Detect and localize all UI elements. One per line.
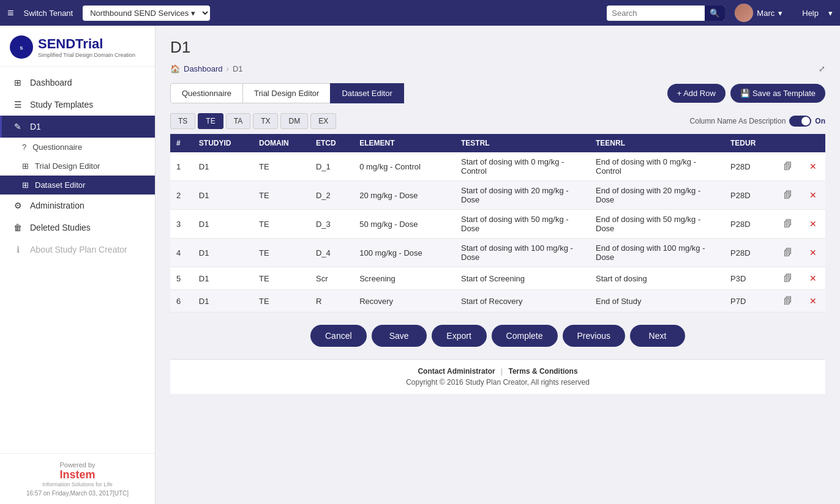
col-element: ELEMENT bbox=[353, 134, 455, 152]
sub-tab-ta[interactable]: TA bbox=[226, 113, 250, 129]
cell-studyid: D1 bbox=[193, 210, 253, 239]
cell-delete[interactable]: ✕ bbox=[801, 267, 825, 290]
cell-copy[interactable]: 🗐 bbox=[775, 239, 801, 267]
sub-tab-dm[interactable]: DM bbox=[280, 113, 308, 129]
sidebar-sub-item-label: Questionnaire bbox=[32, 143, 82, 152]
copy-row-button[interactable]: 🗐 bbox=[781, 189, 795, 201]
copy-row-button[interactable]: 🗐 bbox=[781, 272, 795, 284]
copy-row-button[interactable]: 🗐 bbox=[781, 295, 795, 307]
sidebar-item-dataset-editor[interactable]: ⊞ Dataset Editor bbox=[0, 176, 155, 195]
contact-admin-link[interactable]: Contact Administrator bbox=[418, 367, 495, 376]
sidebar-item-study-templates[interactable]: ☰ Study Templates bbox=[0, 94, 155, 116]
cell-tedur: P28D bbox=[724, 181, 775, 210]
help-chevron-icon: ▾ bbox=[828, 9, 833, 18]
sidebar-sub-item-label: Dataset Editor bbox=[35, 180, 85, 190]
previous-button[interactable]: Previous bbox=[563, 325, 625, 347]
cell-delete[interactable]: ✕ bbox=[801, 210, 825, 239]
cell-delete[interactable]: ✕ bbox=[801, 290, 825, 313]
cancel-button[interactable]: Cancel bbox=[310, 325, 367, 347]
sidebar-item-administration[interactable]: ⚙ Administration bbox=[0, 195, 155, 217]
cell-num: 6 bbox=[170, 290, 193, 313]
cell-num: 5 bbox=[170, 267, 193, 290]
sidebar-item-questionnaire[interactable]: ? Questionnaire bbox=[0, 138, 155, 157]
cell-copy[interactable]: 🗐 bbox=[775, 181, 801, 210]
cell-num: 4 bbox=[170, 239, 193, 267]
col-num: # bbox=[170, 134, 193, 152]
cell-delete[interactable]: ✕ bbox=[801, 239, 825, 267]
copy-row-button[interactable]: 🗐 bbox=[781, 246, 795, 259]
column-toggle-switch[interactable] bbox=[789, 116, 811, 127]
sub-tab-te[interactable]: TE bbox=[198, 113, 223, 129]
administration-icon: ⚙ bbox=[12, 201, 24, 210]
add-row-button[interactable]: + Add Row bbox=[667, 84, 726, 103]
delete-row-button[interactable]: ✕ bbox=[807, 272, 819, 284]
questionnaire-icon: ? bbox=[22, 143, 26, 152]
top-nav: ≡ Switch Tenant Northbound SEND Services… bbox=[0, 0, 840, 26]
search-button[interactable]: 🔍 bbox=[705, 6, 725, 21]
cell-etcd: R bbox=[310, 290, 353, 313]
cell-element: Recovery bbox=[353, 290, 455, 313]
instem-logo: Instem bbox=[10, 469, 145, 481]
delete-row-button[interactable]: ✕ bbox=[807, 246, 819, 259]
sidebar-item-about[interactable]: ℹ About Study Plan Creator bbox=[0, 239, 155, 261]
cell-copy[interactable]: 🗐 bbox=[775, 152, 801, 181]
cell-testrl: Start of Recovery bbox=[455, 290, 590, 313]
sub-tabs: TS TE TA TX DM EX bbox=[170, 113, 336, 129]
tab-questionnaire[interactable]: Questionnaire bbox=[170, 83, 243, 103]
deleted-studies-icon: 🗑 bbox=[12, 223, 24, 232]
copy-row-button[interactable]: 🗐 bbox=[781, 160, 795, 172]
table-header-row: # STUDYID DOMAIN ETCD ELEMENT TESTRL TEE… bbox=[170, 134, 825, 152]
table-row: 2 D1 TE D_2 20 mg/kg - Dose Start of dos… bbox=[170, 181, 825, 210]
cell-copy[interactable]: 🗐 bbox=[775, 210, 801, 239]
table-row: 1 D1 TE D_1 0 mg/kg - Control Start of d… bbox=[170, 152, 825, 181]
switch-tenant-link[interactable]: Switch Tenant bbox=[24, 9, 73, 18]
expand-icon[interactable]: ⤢ bbox=[819, 64, 825, 73]
cell-studyid: D1 bbox=[193, 239, 253, 267]
help-link[interactable]: Help bbox=[802, 9, 819, 18]
cell-delete[interactable]: ✕ bbox=[801, 152, 825, 181]
sidebar-item-label: Deleted Studies bbox=[30, 223, 91, 232]
export-button[interactable]: Export bbox=[432, 325, 487, 347]
complete-button[interactable]: Complete bbox=[492, 325, 558, 347]
table-row: 6 D1 TE R Recovery Start of Recovery End… bbox=[170, 290, 825, 313]
search-input[interactable] bbox=[607, 6, 705, 20]
copy-row-button[interactable]: 🗐 bbox=[781, 218, 795, 230]
column-toggle: Column Name As Description On bbox=[690, 116, 825, 127]
breadcrumb-dashboard[interactable]: Dashboard bbox=[184, 64, 223, 73]
sidebar-item-trial-design-editor[interactable]: ⊞ Trial Design Editor bbox=[0, 157, 155, 176]
cell-copy[interactable]: 🗐 bbox=[775, 267, 801, 290]
next-button[interactable]: Next bbox=[630, 325, 685, 347]
tenant-dropdown[interactable]: Northbound SEND Services ▾ bbox=[83, 6, 210, 21]
cell-testrl: Start of dosing with 100 mg/kg - Dose bbox=[455, 239, 590, 267]
sidebar-item-dashboard[interactable]: ⊞ Dashboard bbox=[0, 72, 155, 94]
hamburger-icon[interactable]: ≡ bbox=[7, 7, 14, 20]
cell-studyid: D1 bbox=[193, 152, 253, 181]
cell-delete[interactable]: ✕ bbox=[801, 181, 825, 210]
sub-tab-ts[interactable]: TS bbox=[170, 113, 195, 129]
sub-tab-ex[interactable]: EX bbox=[310, 113, 336, 129]
logo-sub-text: Simplified Trial Design Domain Creation bbox=[38, 52, 135, 58]
delete-row-button[interactable]: ✕ bbox=[807, 295, 819, 307]
dataset-editor-icon: ⊞ bbox=[22, 180, 29, 190]
delete-row-button[interactable]: ✕ bbox=[807, 218, 819, 230]
tab-trial-design-editor[interactable]: Trial Design Editor bbox=[242, 83, 331, 103]
save-button[interactable]: Save bbox=[372, 325, 427, 347]
delete-row-button[interactable]: ✕ bbox=[807, 189, 819, 201]
tab-dataset-editor[interactable]: Dataset Editor bbox=[330, 83, 403, 103]
main-layout: S SENDTrial Simplified Trial Design Doma… bbox=[0, 26, 840, 504]
cell-tedur: P28D bbox=[724, 152, 775, 181]
page-title: D1 bbox=[170, 38, 825, 57]
sidebar-item-deleted-studies[interactable]: 🗑 Deleted Studies bbox=[0, 217, 155, 239]
sidebar-item-d1[interactable]: ✎ D1 bbox=[0, 116, 155, 138]
sub-tab-tx[interactable]: TX bbox=[253, 113, 278, 129]
user-area[interactable]: Marc ▾ bbox=[735, 4, 782, 22]
save-as-template-button[interactable]: 💾 Save as Template bbox=[730, 84, 825, 103]
cell-copy[interactable]: 🗐 bbox=[775, 290, 801, 313]
cell-studyid: D1 bbox=[193, 290, 253, 313]
delete-row-button[interactable]: ✕ bbox=[807, 160, 819, 172]
sidebar-item-label: About Study Plan Creator bbox=[30, 245, 127, 254]
cell-teenrl: Start of dosing bbox=[590, 267, 724, 290]
cell-num: 2 bbox=[170, 181, 193, 210]
terms-link[interactable]: Terms & Conditions bbox=[508, 367, 577, 376]
sidebar-item-label: Administration bbox=[30, 201, 84, 210]
